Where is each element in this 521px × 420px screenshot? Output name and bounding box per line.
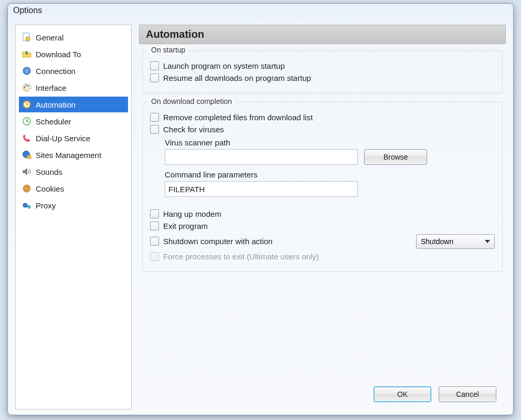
clock-icon xyxy=(22,117,31,126)
svg-point-14 xyxy=(27,186,28,187)
svg-point-16 xyxy=(25,190,26,191)
svg-rect-11 xyxy=(27,155,31,159)
check-launch-startup[interactable]: Launch program on system startup xyxy=(150,61,495,70)
cmd-params-label: Command line parameters xyxy=(165,170,495,179)
checkbox-icon xyxy=(150,74,159,82)
scanner-path-input[interactable] xyxy=(165,149,358,165)
checkbox-icon xyxy=(150,125,159,134)
svg-point-6 xyxy=(25,89,26,90)
checkbox-icon xyxy=(150,252,159,261)
main-panel: Automation On startup Launch program on … xyxy=(139,25,506,410)
check-resume-downloads[interactable]: Resume all downloads on program startup xyxy=(150,74,495,82)
sidebar-item-interface[interactable]: Interface xyxy=(19,80,128,96)
check-force-exit: Force processes to exit (Ultimate users … xyxy=(150,252,495,261)
svg-point-17 xyxy=(23,203,27,207)
options-dialog: Options General Download To Connection xyxy=(7,3,514,415)
sidebar-item-label: Automation xyxy=(36,100,76,109)
client-area: General Download To Connection Interface xyxy=(8,19,513,415)
browse-button[interactable]: Browse xyxy=(364,149,427,165)
svg-point-4 xyxy=(26,85,27,87)
cmd-params-input[interactable] xyxy=(165,181,358,197)
check-remove-completed[interactable]: Remove completed files from download lis… xyxy=(150,113,495,122)
sidebar-item-cookies[interactable]: Cookies xyxy=(19,181,128,196)
check-label: Launch program on system startup xyxy=(163,61,285,70)
sidebar-item-scheduler[interactable]: Scheduler xyxy=(19,113,128,129)
gear-page-icon xyxy=(22,33,31,42)
sidebar-item-label: Download To xyxy=(36,50,81,59)
group-on-completion: On download completion Remove completed … xyxy=(142,102,503,272)
sidebar-item-label: Connection xyxy=(36,67,76,76)
sidebar-item-label: Interface xyxy=(36,83,66,92)
speaker-icon xyxy=(22,167,31,176)
scanner-path-label: Virus scanner path xyxy=(165,138,495,147)
checkbox-icon xyxy=(150,61,159,70)
window-title: Options xyxy=(8,4,513,19)
sidebar-item-sounds[interactable]: Sounds xyxy=(19,164,128,180)
sidebar-item-dialup[interactable]: Dial-Up Service xyxy=(19,130,128,146)
clock-gear-icon xyxy=(22,100,31,109)
sidebar-item-general[interactable]: General xyxy=(19,29,128,45)
dialog-footer: OK Cancel xyxy=(139,383,506,410)
check-label: Shutdown computer with action xyxy=(163,237,272,246)
virus-scanner-section: Virus scanner path Browse Command line p… xyxy=(165,138,495,197)
check-label: Resume all downloads on program startup xyxy=(163,74,311,82)
check-label: Hang up modem xyxy=(163,209,221,218)
checkbox-icon xyxy=(150,222,159,230)
sidebar-item-label: Sites Management xyxy=(36,151,101,160)
group-legend: On startup xyxy=(148,46,188,54)
folder-download-icon xyxy=(22,49,31,59)
chevron-down-icon xyxy=(485,240,490,243)
check-check-viruses[interactable]: Check for viruses xyxy=(150,125,495,134)
sidebar-item-automation[interactable]: Automation xyxy=(19,97,128,112)
check-label: Check for viruses xyxy=(163,125,224,134)
cancel-button[interactable]: Cancel xyxy=(439,386,496,402)
checkbox-icon xyxy=(150,237,159,246)
ok-button[interactable]: OK xyxy=(374,386,431,402)
select-value: Shutdown xyxy=(421,237,453,246)
sidebar-item-label: Proxy xyxy=(36,201,56,210)
svg-point-5 xyxy=(28,86,29,87)
phone-icon xyxy=(22,133,31,143)
page-title: Automation xyxy=(139,25,506,44)
group-on-startup: On startup Launch program on system star… xyxy=(142,50,503,93)
checkbox-icon xyxy=(150,113,159,122)
svg-point-12 xyxy=(23,185,30,192)
check-exit-program[interactable]: Exit program xyxy=(150,222,495,230)
check-label: Force processes to exit (Ultimate users … xyxy=(163,252,319,261)
sidebar-item-label: General xyxy=(36,33,63,42)
group-legend: On download completion xyxy=(148,97,235,106)
sidebar-item-sites[interactable]: Sites Management xyxy=(19,147,128,163)
svg-point-13 xyxy=(25,187,26,188)
sidebar-item-download-to[interactable]: Download To xyxy=(19,46,128,62)
check-label: Remove completed files from download lis… xyxy=(163,113,313,122)
check-label: Exit program xyxy=(163,222,208,230)
globe-icon xyxy=(22,66,31,76)
sidebar-item-proxy[interactable]: Proxy xyxy=(19,197,128,213)
sidebar-item-connection[interactable]: Connection xyxy=(19,63,128,79)
svg-point-3 xyxy=(24,87,26,88)
cookie-icon xyxy=(22,184,31,193)
category-sidebar: General Download To Connection Interface xyxy=(15,25,132,410)
svg-point-1 xyxy=(26,37,30,41)
checkbox-icon xyxy=(150,209,159,218)
sidebar-item-label: Cookies xyxy=(36,184,64,193)
svg-point-18 xyxy=(27,205,30,208)
sidebar-item-label: Dial-Up Service xyxy=(36,134,90,143)
proxy-icon xyxy=(22,201,31,210)
check-shutdown[interactable]: Shutdown computer with action xyxy=(150,237,272,246)
sidebar-item-label: Scheduler xyxy=(36,117,71,126)
sidebar-item-label: Sounds xyxy=(36,167,62,176)
check-hangup-modem[interactable]: Hang up modem xyxy=(150,209,495,218)
shutdown-action-select[interactable]: Shutdown xyxy=(416,234,495,249)
svg-point-15 xyxy=(27,190,28,191)
palette-icon xyxy=(22,83,31,92)
globe-lock-icon xyxy=(22,150,31,160)
